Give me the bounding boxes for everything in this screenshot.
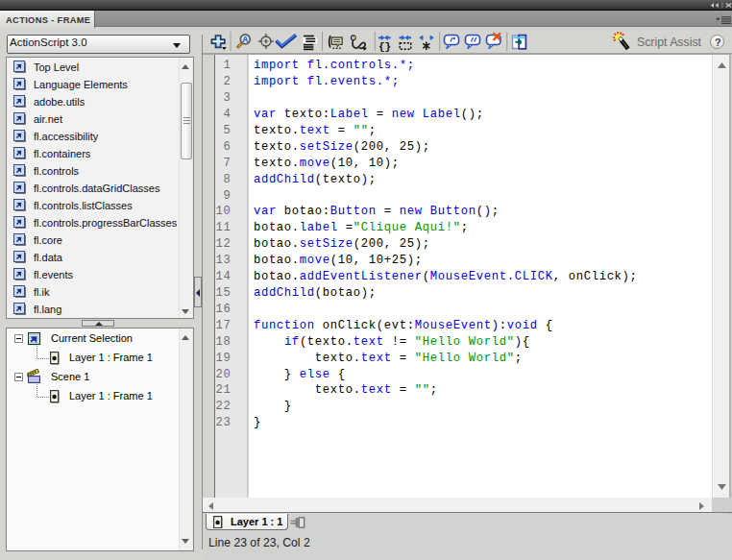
svg-text:{}: {} [378, 41, 391, 53]
svg-text:A: A [242, 35, 248, 44]
